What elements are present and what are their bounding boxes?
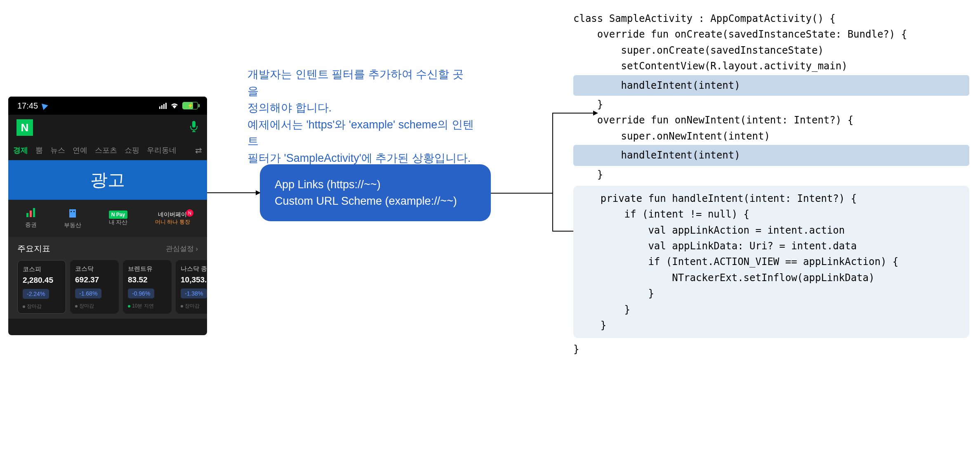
svg-rect-2 (30, 211, 32, 217)
index-change: -2.24% (23, 289, 49, 299)
tab-local[interactable]: 우리동네 (147, 145, 177, 155)
code-line: NTrackerExt.setInflow(appLinkData) (577, 270, 966, 286)
index-value: 2,280.45 (23, 276, 61, 285)
svg-rect-1 (26, 213, 28, 217)
code-line: super.onCreate(savedInstanceState) (573, 43, 969, 58)
svg-rect-5 (71, 211, 72, 212)
code-line-highlight: handleIntent(intent) (573, 145, 969, 166)
tab-ent[interactable]: 연예 (73, 145, 87, 155)
shortcut-label: 부동산 (64, 222, 81, 229)
app-links-line: App Links (https://~~) (275, 176, 476, 193)
index-cards-row: 코스피 2,280.45 -2.24% 장마감 코스닥 692.37 -1.68… (8, 260, 207, 319)
tab-1[interactable]: 뿜 (35, 145, 43, 155)
code-line: } (577, 286, 966, 301)
links-box: App Links (https://~~) Custom URL Scheme… (260, 164, 491, 221)
index-status: 10분 지연 (128, 303, 167, 310)
code-line: class SampleActivity : AppCompatActivity… (573, 11, 969, 26)
signal-icon (159, 103, 167, 109)
index-card-nasdaq[interactable]: 나스닥 종합 10,353.2 -1.38% 장마감 (176, 260, 207, 314)
tab-bar: 경제 뿜 뉴스 연예 스포츠 쇼핑 우리동네 ⇄ (8, 140, 207, 160)
shortcut-label: 내 자산 (109, 219, 128, 226)
index-change: -1.38% (181, 289, 207, 298)
svg-rect-6 (73, 211, 75, 212)
index-name: 코스닥 (75, 265, 114, 273)
shortcut-label: 네이버페이 (155, 211, 190, 218)
svg-rect-0 (192, 121, 196, 128)
ad-label: 광고 (90, 168, 125, 192)
desc-line: 정의해야 합니다. (247, 99, 474, 116)
battery-icon: ⚡ (182, 102, 198, 109)
shortcut-row: 증권 부동산 N Pay 내 자산 네이버페이 머니 하나 통장 (8, 200, 207, 237)
tab-swap-icon[interactable]: ⇄ (195, 145, 202, 155)
shortcut-assets[interactable]: N Pay 내 자산 (109, 211, 128, 226)
code-line: val appLinkData: Uri? = intent.data (577, 238, 966, 254)
mic-icon[interactable] (189, 120, 199, 135)
index-name: 나스닥 종합 (181, 265, 207, 273)
shortcut-sublabel: 머니 하나 통장 (155, 218, 190, 226)
desc-line: 예제에서는 'https'와 'example' scheme의 인텐트 (247, 116, 474, 150)
tab-sports[interactable]: 스포츠 (95, 145, 117, 155)
chart-icon (25, 208, 37, 220)
tab-shop[interactable]: 쇼핑 (125, 145, 139, 155)
svg-rect-4 (69, 209, 76, 218)
code-line: override fun onCreate(savedInstanceState… (573, 26, 969, 42)
code-line: } (573, 167, 969, 182)
tab-economy[interactable]: 경제 (13, 145, 28, 155)
index-value: 83.52 (128, 275, 167, 284)
code-line: } (577, 302, 966, 317)
shortcut-realestate[interactable]: 부동산 (64, 208, 81, 229)
index-status: 장마감 (75, 303, 114, 310)
shortcut-label: 증권 (25, 221, 37, 229)
svg-marker-8 (256, 190, 261, 195)
index-card-kospi[interactable]: 코스피 2,280.45 -2.24% 장마감 (17, 260, 66, 314)
svg-rect-3 (33, 208, 35, 217)
code-line: private fun handleIntent(intent: Intent?… (577, 191, 966, 206)
status-time: 17:45 (17, 101, 38, 111)
code-line: setContentView(R.layout.activity_main) (573, 58, 969, 74)
index-name: 브렌트유 (128, 265, 167, 273)
index-status: 장마감 (23, 303, 61, 310)
section-settings-link[interactable]: 관심설정 › (166, 244, 198, 253)
index-value: 10,353.2 (181, 275, 207, 284)
section-header: 주요지표 관심설정 › (8, 237, 207, 260)
code-line: val appLinkAction = intent.action (577, 222, 966, 238)
index-name: 코스피 (23, 265, 61, 273)
index-value: 692.37 (75, 275, 114, 284)
code-block: class SampleActivity : AppCompatActivity… (573, 11, 969, 357)
status-icons: ⚡ (159, 101, 198, 111)
custom-scheme-line: Custom URL Scheme (example://~~) (275, 193, 476, 210)
location-icon (39, 101, 48, 110)
ad-banner[interactable]: 광고 (8, 160, 207, 200)
index-status: 장마감 (181, 303, 207, 310)
section-title: 주요지표 (17, 243, 50, 254)
index-change: -1.68% (75, 289, 101, 298)
description-text: 개발자는 인텐트 필터를 추가하여 수신할 곳을 정의해야 합니다. 예제에서는… (247, 66, 474, 166)
npay-icon: N Pay (109, 211, 128, 219)
code-line: } (577, 317, 966, 333)
arrow-phone-to-box (207, 187, 261, 200)
code-box-handleintent: private fun handleIntent(intent: Intent?… (573, 186, 969, 338)
naver-logo[interactable]: N (16, 119, 33, 136)
code-line-highlight: handleIntent(intent) (573, 75, 969, 96)
code-line: if (intent != null) { (577, 206, 966, 222)
index-change: -0.96% (128, 289, 154, 298)
phone-screenshot: 17:45 ⚡ N 경제 뿜 뉴스 연예 스포츠 쇼핑 우리동네 ⇄ (8, 97, 207, 335)
desc-line: 필터가 'SampleActivity'에 추가된 상황입니다. (247, 150, 474, 167)
tab-news[interactable]: 뉴스 (50, 145, 65, 155)
building-icon (64, 208, 81, 220)
code-line: override fun onNewIntent(intent: Intent?… (573, 112, 969, 128)
shortcut-naverpay[interactable]: 네이버페이 머니 하나 통장 (155, 211, 190, 226)
code-line: } (573, 97, 969, 112)
code-line: } (573, 341, 969, 357)
index-card-kosdaq[interactable]: 코스닥 692.37 -1.68% 장마감 (70, 260, 119, 314)
index-card-brent[interactable]: 브렌트유 83.52 -0.96% 10분 지연 (123, 260, 172, 314)
code-line: super.onNewIntent(intent) (573, 128, 969, 144)
code-line: if (Intent.ACTION_VIEW == appLinkAction)… (577, 254, 966, 270)
desc-line: 개발자는 인텐트 필터를 추가하여 수신할 곳을 (247, 66, 474, 99)
shortcut-stocks[interactable]: 증권 (25, 208, 37, 229)
wifi-icon (170, 101, 179, 111)
app-header: N (8, 115, 207, 140)
status-bar: 17:45 ⚡ (8, 97, 207, 115)
